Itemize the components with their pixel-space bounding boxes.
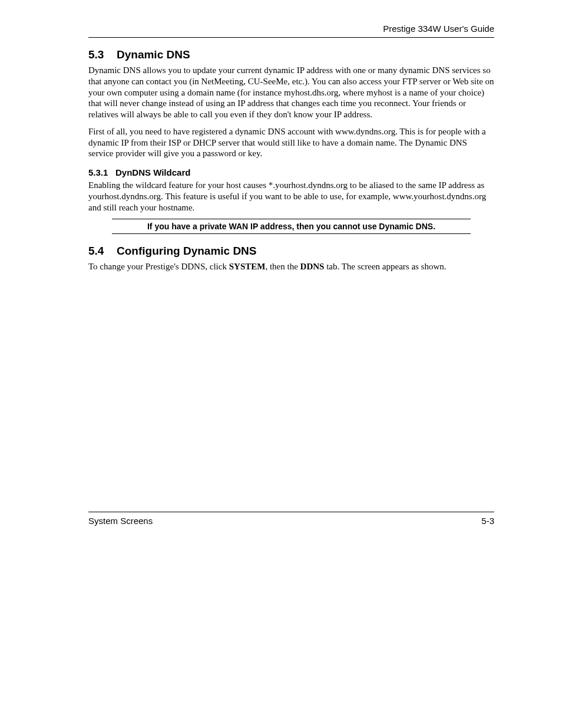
- page-footer: System Screens 5-3: [88, 512, 494, 526]
- footer-right: 5-3: [481, 516, 494, 526]
- para-5-3-1-1: Enabling the wildcard feature for your h…: [88, 180, 494, 213]
- text-run: , then the: [265, 262, 300, 271]
- para-5-4-1: To change your Prestige's DDNS, click SY…: [88, 261, 494, 272]
- bold-ddns: DDNS: [300, 262, 325, 271]
- page-header: Prestige 334W User's Guide: [88, 24, 494, 38]
- heading-5-3: 5.3Dynamic DNS: [88, 48, 494, 61]
- heading-5-4: 5.4Configuring Dynamic DNS: [88, 245, 494, 258]
- heading-number: 5.4: [88, 245, 117, 258]
- heading-text: Dynamic DNS: [117, 48, 190, 61]
- bold-system: SYSTEM: [229, 262, 266, 271]
- footer-left: System Screens: [88, 516, 153, 526]
- note-box: If you have a private WAN IP address, th…: [112, 219, 471, 234]
- page-content: Prestige 334W User's Guide 5.3Dynamic DN…: [0, 0, 562, 272]
- heading-text: Configuring Dynamic DNS: [117, 245, 257, 257]
- heading-number: 5.3: [88, 48, 117, 61]
- note-text: If you have a private WAN IP address, th…: [112, 219, 471, 233]
- subheading-number: 5.3.1: [88, 167, 115, 177]
- subheading-text: DynDNS Wildcard: [115, 167, 190, 177]
- para-5-3-1: Dynamic DNS allows you to update your cu…: [88, 65, 494, 120]
- para-5-3-2: First of all, you need to have registere…: [88, 126, 494, 159]
- text-run: To change your Prestige's DDNS, click: [88, 262, 229, 271]
- text-run: tab. The screen appears as shown.: [324, 262, 446, 271]
- heading-5-3-1: 5.3.1DynDNS Wildcard: [88, 167, 494, 177]
- note-rule-bottom: [112, 233, 471, 234]
- header-title: Prestige 334W User's Guide: [383, 24, 494, 34]
